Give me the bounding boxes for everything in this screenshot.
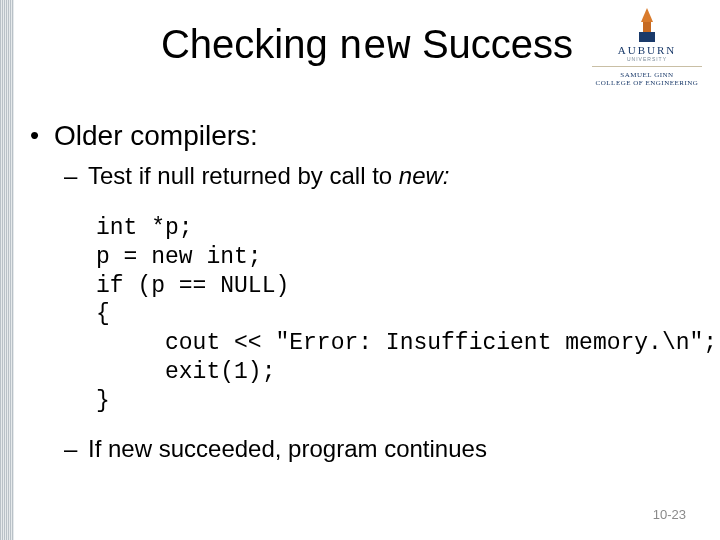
sub-bullet-2-text: If new succeeded, program continues [88,435,487,462]
logo-divider [592,66,702,67]
logo-univ-subline: UNIVERSITY [592,56,702,62]
slide-body: AUBURN UNIVERSITY SAMUEL GINN COLLEGE OF… [14,0,720,540]
page-number: 10-23 [653,507,686,522]
bullet-list: Older compilers: Test if null returned b… [24,120,710,463]
title-mono: new [339,25,411,70]
sub-bullet-1: Test if null returned by call to new: [54,162,710,190]
content-area: Older compilers: Test if null returned b… [24,120,710,477]
sub-bullet-list-1: Test if null returned by call to new: [54,162,710,190]
title-part1: Checking [161,22,339,66]
sub-bullet-list-2: If new succeeded, program continues [54,435,710,463]
sub-bullet-2: If new succeeded, program continues [54,435,710,463]
bullet-1: Older compilers: Test if null returned b… [24,120,710,463]
logo-univ-name: AUBURN [592,44,702,56]
left-decorative-stripe [0,0,14,540]
logo-college-line1: SAMUEL GINN [592,71,702,79]
university-logo: AUBURN UNIVERSITY SAMUEL GINN COLLEGE OF… [592,8,702,88]
sub-bullet-1-prefix: Test if null returned by call to [88,162,399,189]
logo-tower-icon [639,8,655,42]
sub-bullet-1-italic: new: [399,162,450,189]
logo-college-line2: COLLEGE OF ENGINEERING [592,79,702,87]
title-part2: Success [411,22,573,66]
code-sample: int *p; p = new int; if (p == NULL) { co… [96,214,710,415]
bullet-1-text: Older compilers: [54,120,258,151]
